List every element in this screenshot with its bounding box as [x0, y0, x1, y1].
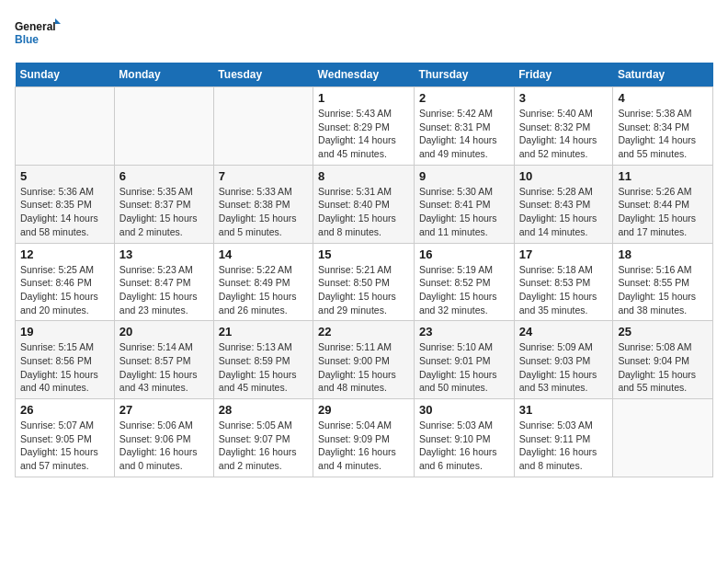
calendar-cell: 3Sunrise: 5:40 AM Sunset: 8:32 PM Daylig…: [514, 87, 613, 166]
day-info: Sunrise: 5:13 AM Sunset: 8:59 PM Dayligh…: [219, 340, 308, 395]
calendar-cell: 28Sunrise: 5:05 AM Sunset: 9:07 PM Dayli…: [213, 399, 313, 477]
calendar-cell: [16, 87, 115, 166]
day-info: Sunrise: 5:03 AM Sunset: 9:10 PM Dayligh…: [419, 419, 509, 473]
day-number: 1: [318, 91, 409, 105]
day-number: 15: [318, 247, 409, 261]
day-number: 23: [419, 325, 509, 339]
day-info: Sunrise: 5:11 AM Sunset: 9:00 PM Dayligh…: [318, 340, 409, 395]
day-info: Sunrise: 5:18 AM Sunset: 8:53 PM Dayligh…: [519, 263, 609, 317]
calendar-cell: 14Sunrise: 5:22 AM Sunset: 8:49 PM Dayli…: [213, 243, 313, 321]
day-number: 11: [618, 169, 708, 183]
calendar-week-5: 26Sunrise: 5:07 AM Sunset: 9:05 PM Dayli…: [16, 399, 713, 477]
calendar-cell: 6Sunrise: 5:35 AM Sunset: 8:37 PM Daylig…: [114, 165, 213, 243]
calendar-cell: 4Sunrise: 5:38 AM Sunset: 8:34 PM Daylig…: [613, 87, 713, 166]
day-number: 7: [219, 169, 308, 183]
logo-icon: General Blue: [15, 15, 61, 52]
day-number: 9: [419, 169, 509, 183]
day-number: 17: [519, 247, 609, 261]
day-info: Sunrise: 5:09 AM Sunset: 9:03 PM Dayligh…: [519, 340, 609, 395]
calendar-cell: [613, 399, 713, 477]
day-number: 21: [219, 325, 308, 339]
day-info: Sunrise: 5:14 AM Sunset: 8:57 PM Dayligh…: [119, 340, 209, 395]
day-info: Sunrise: 5:35 AM Sunset: 8:37 PM Dayligh…: [119, 185, 209, 239]
day-info: Sunrise: 5:25 AM Sunset: 8:46 PM Dayligh…: [20, 263, 109, 317]
day-info: Sunrise: 5:23 AM Sunset: 8:47 PM Dayligh…: [119, 263, 209, 317]
day-info: Sunrise: 5:15 AM Sunset: 8:56 PM Dayligh…: [20, 340, 109, 395]
day-number: 24: [519, 325, 609, 339]
calendar-cell: [213, 87, 313, 166]
calendar-cell: 1Sunrise: 5:43 AM Sunset: 8:29 PM Daylig…: [313, 87, 415, 166]
day-number: 2: [419, 91, 509, 105]
calendar-cell: 27Sunrise: 5:06 AM Sunset: 9:06 PM Dayli…: [114, 399, 213, 477]
svg-text:Blue: Blue: [15, 33, 39, 46]
day-number: 28: [219, 403, 308, 417]
calendar-cell: 17Sunrise: 5:18 AM Sunset: 8:53 PM Dayli…: [514, 243, 613, 321]
calendar-cell: 19Sunrise: 5:15 AM Sunset: 8:56 PM Dayli…: [16, 321, 115, 399]
day-info: Sunrise: 5:19 AM Sunset: 8:52 PM Dayligh…: [419, 263, 509, 317]
day-number: 12: [20, 247, 109, 261]
calendar-cell: 26Sunrise: 5:07 AM Sunset: 9:05 PM Dayli…: [16, 399, 115, 477]
col-header-friday: Friday: [514, 63, 613, 87]
col-header-tuesday: Tuesday: [213, 63, 313, 87]
day-info: Sunrise: 5:42 AM Sunset: 8:31 PM Dayligh…: [419, 107, 509, 161]
calendar-cell: 11Sunrise: 5:26 AM Sunset: 8:44 PM Dayli…: [613, 165, 713, 243]
day-info: Sunrise: 5:22 AM Sunset: 8:49 PM Dayligh…: [219, 263, 308, 317]
calendar-week-4: 19Sunrise: 5:15 AM Sunset: 8:56 PM Dayli…: [16, 321, 713, 399]
calendar-cell: 16Sunrise: 5:19 AM Sunset: 8:52 PM Dayli…: [414, 243, 514, 321]
day-info: Sunrise: 5:33 AM Sunset: 8:38 PM Dayligh…: [219, 185, 308, 239]
day-number: 26: [20, 403, 109, 417]
calendar-cell: 7Sunrise: 5:33 AM Sunset: 8:38 PM Daylig…: [213, 165, 313, 243]
day-info: Sunrise: 5:40 AM Sunset: 8:32 PM Dayligh…: [519, 107, 609, 161]
calendar-cell: 5Sunrise: 5:36 AM Sunset: 8:35 PM Daylig…: [16, 165, 115, 243]
calendar-cell: [114, 87, 213, 166]
page-header: General Blue: [15, 15, 713, 52]
calendar-week-1: 1Sunrise: 5:43 AM Sunset: 8:29 PM Daylig…: [16, 87, 713, 166]
day-number: 29: [318, 403, 409, 417]
day-number: 4: [618, 91, 708, 105]
day-info: Sunrise: 5:03 AM Sunset: 9:11 PM Dayligh…: [519, 419, 609, 473]
col-header-saturday: Saturday: [613, 63, 713, 87]
calendar-cell: 21Sunrise: 5:13 AM Sunset: 8:59 PM Dayli…: [213, 321, 313, 399]
calendar-cell: 10Sunrise: 5:28 AM Sunset: 8:43 PM Dayli…: [514, 165, 613, 243]
day-number: 13: [119, 247, 209, 261]
calendar-cell: 31Sunrise: 5:03 AM Sunset: 9:11 PM Dayli…: [514, 399, 613, 477]
calendar-table: SundayMondayTuesdayWednesdayThursdayFrid…: [15, 63, 713, 477]
day-number: 25: [618, 325, 708, 339]
calendar-cell: 9Sunrise: 5:30 AM Sunset: 8:41 PM Daylig…: [414, 165, 514, 243]
calendar-cell: 30Sunrise: 5:03 AM Sunset: 9:10 PM Dayli…: [414, 399, 514, 477]
calendar-cell: 22Sunrise: 5:11 AM Sunset: 9:00 PM Dayli…: [313, 321, 415, 399]
calendar-cell: 29Sunrise: 5:04 AM Sunset: 9:09 PM Dayli…: [313, 399, 415, 477]
calendar-cell: 18Sunrise: 5:16 AM Sunset: 8:55 PM Dayli…: [613, 243, 713, 321]
svg-text:General: General: [15, 20, 56, 33]
col-header-monday: Monday: [114, 63, 213, 87]
day-info: Sunrise: 5:06 AM Sunset: 9:06 PM Dayligh…: [119, 419, 209, 473]
day-number: 8: [318, 169, 409, 183]
calendar-cell: 24Sunrise: 5:09 AM Sunset: 9:03 PM Dayli…: [514, 321, 613, 399]
calendar-week-2: 5Sunrise: 5:36 AM Sunset: 8:35 PM Daylig…: [16, 165, 713, 243]
day-info: Sunrise: 5:16 AM Sunset: 8:55 PM Dayligh…: [618, 263, 708, 317]
day-number: 14: [219, 247, 308, 261]
day-number: 10: [519, 169, 609, 183]
day-number: 5: [20, 169, 109, 183]
day-number: 30: [419, 403, 509, 417]
day-info: Sunrise: 5:26 AM Sunset: 8:44 PM Dayligh…: [618, 185, 708, 239]
day-number: 22: [318, 325, 409, 339]
day-number: 6: [119, 169, 209, 183]
calendar-cell: 23Sunrise: 5:10 AM Sunset: 9:01 PM Dayli…: [414, 321, 514, 399]
day-info: Sunrise: 5:07 AM Sunset: 9:05 PM Dayligh…: [20, 419, 109, 473]
day-number: 20: [119, 325, 209, 339]
calendar-cell: 20Sunrise: 5:14 AM Sunset: 8:57 PM Dayli…: [114, 321, 213, 399]
day-info: Sunrise: 5:36 AM Sunset: 8:35 PM Dayligh…: [20, 185, 109, 239]
day-info: Sunrise: 5:05 AM Sunset: 9:07 PM Dayligh…: [219, 419, 308, 473]
calendar-cell: 8Sunrise: 5:31 AM Sunset: 8:40 PM Daylig…: [313, 165, 415, 243]
day-number: 18: [618, 247, 708, 261]
day-info: Sunrise: 5:28 AM Sunset: 8:43 PM Dayligh…: [519, 185, 609, 239]
logo: General Blue: [15, 15, 61, 52]
day-info: Sunrise: 5:43 AM Sunset: 8:29 PM Dayligh…: [318, 107, 409, 161]
day-info: Sunrise: 5:30 AM Sunset: 8:41 PM Dayligh…: [419, 185, 509, 239]
day-info: Sunrise: 5:38 AM Sunset: 8:34 PM Dayligh…: [618, 107, 708, 161]
calendar-week-3: 12Sunrise: 5:25 AM Sunset: 8:46 PM Dayli…: [16, 243, 713, 321]
calendar-header-row: SundayMondayTuesdayWednesdayThursdayFrid…: [16, 63, 713, 87]
day-info: Sunrise: 5:10 AM Sunset: 9:01 PM Dayligh…: [419, 340, 509, 395]
day-number: 3: [519, 91, 609, 105]
